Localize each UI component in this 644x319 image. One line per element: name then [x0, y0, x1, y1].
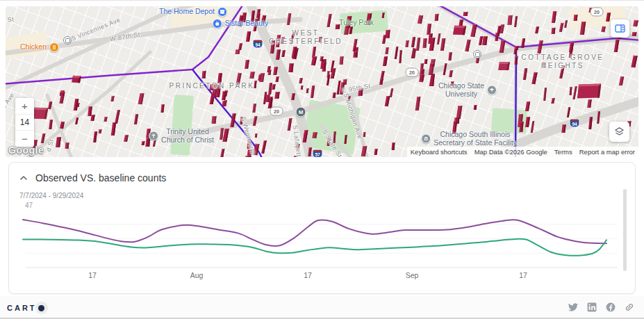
area-label: COTTAGE GROVE HEIGHTS	[522, 54, 604, 70]
social-links	[568, 302, 634, 312]
building-extrusion	[72, 76, 81, 83]
poi-label: Chicago South Illinois Secretary of Stat…	[434, 131, 517, 147]
poi-chicken[interactable]: Chicken	[20, 42, 59, 52]
metro-icon: M	[296, 107, 306, 117]
x-tick-label: 17	[519, 271, 527, 279]
interstate-94-shield-icon: 94	[570, 119, 580, 128]
link-icon[interactable]	[625, 302, 634, 312]
basemap-layers-button[interactable]	[609, 122, 629, 142]
chart-date-range: 7/7/2024 - 9/29/2024	[19, 192, 83, 199]
park-area	[170, 95, 194, 156]
area-label: PRINCETON PARK	[170, 82, 255, 90]
route-20-shield-icon: 20	[406, 68, 419, 77]
building-extrusion	[463, 12, 468, 16]
panel-toggle-button[interactable]	[611, 19, 629, 38]
poi-label: Tuley Park	[339, 19, 374, 27]
terms-link[interactable]: Terms	[551, 147, 576, 157]
building-extrusion	[254, 133, 257, 138]
building-extrusion	[422, 38, 427, 48]
poi-restaurant-icon	[49, 42, 59, 52]
poi-home-depot[interactable]: The Home Depot	[159, 7, 227, 17]
app-root: WEST CHESTERFIELDPRINCETON PARKCOTTAGE G…	[0, 0, 644, 319]
footer: CART	[0, 296, 644, 318]
poi-store-icon	[217, 7, 227, 17]
layers-icon	[614, 126, 625, 137]
x-tick-label: 17	[304, 271, 312, 279]
poi-sistar-beauty[interactable]: Sistar Beauty	[213, 19, 268, 28]
building-extrusion	[405, 40, 409, 47]
building-extrusion	[332, 92, 336, 98]
poi-tuley-park[interactable]: Tuley Park	[339, 19, 374, 27]
poi-bag-icon	[213, 19, 222, 28]
carto-logo-text: CART	[7, 304, 37, 312]
poi-label: The Home Depot	[159, 8, 215, 16]
building-extrusion	[424, 59, 427, 64]
panel-scrollbar[interactable]	[623, 189, 627, 271]
x-tick-label: Aug	[190, 271, 204, 279]
building-extrusion	[551, 28, 555, 34]
building-extrusion	[519, 122, 523, 132]
chart-panel: Observed VS. baseline counts 7/7/2024 - …	[8, 162, 636, 294]
building-extrusion	[288, 63, 293, 72]
report-map-error-link[interactable]: Report a map error	[576, 147, 638, 157]
building-extrusion	[498, 62, 510, 70]
building-extrusion	[33, 108, 49, 120]
building-extrusion	[312, 131, 317, 138]
building-extrusion	[245, 156, 249, 157]
chart-title: Observed VS. baseline counts	[35, 172, 166, 183]
poi-trinity-church[interactable]: Trinity United Church of Christ	[149, 128, 214, 144]
poi-secretary-of-state-facility[interactable]: Chicago South Illinois Secretary of Stat…	[421, 131, 517, 147]
map-zoom-control: + 14 −	[15, 98, 34, 147]
poi-bank-icon	[421, 133, 431, 143]
carto-logo[interactable]: CART	[7, 302, 48, 314]
poi-chicago-state-university[interactable]: Chicago State University	[438, 82, 497, 98]
building-extrusion	[514, 56, 518, 65]
series-observed	[23, 220, 606, 246]
poi-school-icon	[487, 85, 497, 95]
facebook-icon[interactable]	[606, 302, 616, 312]
zoom-out-button[interactable]: −	[15, 131, 34, 147]
poi-label: Trinity United Church of Christ	[161, 128, 214, 144]
x-tick-label: 17	[88, 271, 97, 279]
poi-label: Chicken	[20, 43, 47, 51]
map-data-copyright: Map Data ©2026 Google	[471, 147, 551, 157]
x-tick-label: Sep	[406, 271, 419, 279]
map-canvas[interactable]: WEST CHESTERFIELDPRINCETON PARKCOTTAGE G…	[6, 6, 638, 157]
building-extrusion	[306, 88, 308, 93]
poi-label: Sistar Beauty	[225, 19, 268, 28]
map-attribution: Keyboard shortcutsMap Data ©2026 GoogleT…	[407, 147, 638, 157]
building-extrusion	[453, 26, 466, 35]
area-label: WEST CHESTERFIELD	[269, 29, 342, 46]
twitter-icon[interactable]	[568, 302, 578, 312]
split-panel-icon	[615, 24, 625, 33]
building-extrusion	[385, 30, 390, 39]
station-icon	[473, 50, 481, 58]
route-20-shield-icon: 20	[591, 8, 604, 17]
interstate-57-shield-icon: 57	[313, 149, 323, 158]
route-20-shield-icon: 20	[270, 107, 283, 116]
building-extrusion	[434, 14, 438, 21]
linkedin-icon[interactable]	[587, 302, 597, 312]
building-extrusion	[301, 85, 304, 90]
line-chart[interactable]: 17Aug17Sep17	[9, 206, 636, 284]
building-extrusion	[561, 124, 566, 133]
building-extrusion	[633, 19, 638, 26]
zoom-in-button[interactable]: +	[15, 98, 34, 114]
zoom-level-indicator: 14	[15, 114, 34, 131]
building-extrusion	[577, 84, 601, 99]
chevron-up-icon	[20, 176, 27, 180]
building-extrusion	[448, 52, 452, 60]
building-extrusion	[631, 32, 636, 36]
poi-church-icon	[149, 131, 158, 140]
interstate-94-shield-icon: 94	[253, 40, 263, 49]
keyboard-shortcuts-link[interactable]: Keyboard shortcuts	[407, 147, 471, 157]
station-icon	[63, 36, 72, 44]
chart-panel-header[interactable]: Observed VS. baseline counts	[20, 172, 166, 183]
building-extrusion	[65, 142, 69, 149]
carto-logo-dot	[35, 302, 48, 314]
poi-label: Chicago State University	[438, 82, 484, 98]
